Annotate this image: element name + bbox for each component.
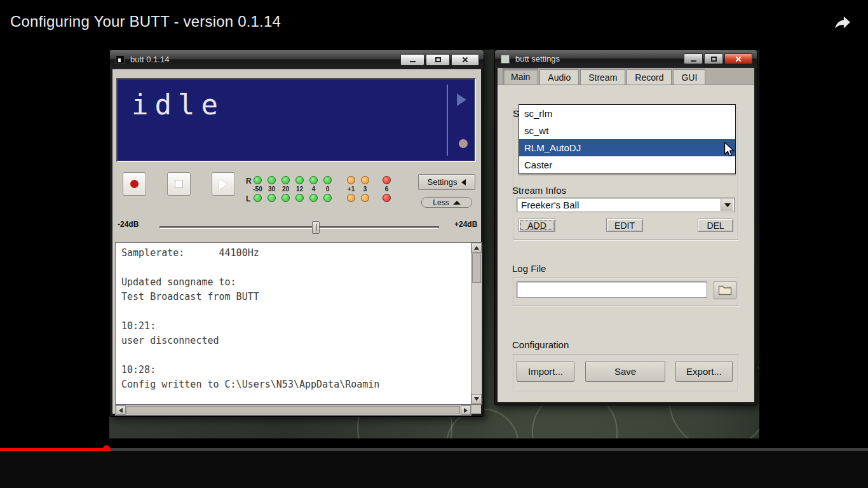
chevron-down-icon xyxy=(724,203,731,207)
meter-scale-label: -50 xyxy=(251,186,264,193)
meter-led-green xyxy=(323,194,332,202)
maximize-icon xyxy=(435,57,441,62)
log-line xyxy=(121,261,465,275)
meter-led-green xyxy=(309,176,318,184)
browse-folder-button[interactable] xyxy=(714,281,736,299)
stop-icon xyxy=(175,180,183,188)
horizontal-scroll-thumb[interactable] xyxy=(126,406,460,414)
add-button[interactable]: ADD xyxy=(519,219,555,232)
status-text: idle xyxy=(132,88,224,121)
log-line: 10:21: xyxy=(121,319,465,334)
log-line: Updated songname to: xyxy=(121,275,465,290)
gain-slider-track[interactable] xyxy=(159,226,439,229)
settings-app-icon xyxy=(501,55,510,64)
butt-window-title: butt 0.1.14 xyxy=(130,55,169,64)
minimize-button[interactable] xyxy=(400,54,424,65)
vertical-scroll-thumb[interactable] xyxy=(472,254,481,283)
close-icon xyxy=(735,56,742,62)
server-dropdown-list: sc_rlm sc_wt RLM_AutoDJ Caster xyxy=(519,104,736,174)
stop-button[interactable] xyxy=(167,172,191,196)
play-icon xyxy=(219,179,227,189)
export-button[interactable]: Export... xyxy=(675,361,733,382)
chevron-up-icon xyxy=(453,201,461,205)
meter-led-orange xyxy=(361,194,369,202)
meter-led-green xyxy=(281,176,290,184)
list-item[interactable]: Caster xyxy=(519,156,735,173)
log-file-label: Log File xyxy=(512,263,546,274)
stream-infos-combobox[interactable]: Freeker's Ball xyxy=(517,198,735,212)
edit-button[interactable]: EDIT xyxy=(606,219,643,232)
youtube-player: Configuring Your BUTT - version 0.1.14 b… xyxy=(0,0,868,488)
record-button[interactable] xyxy=(123,172,146,196)
settings-tabbar: Main Audio Stream Record GUI xyxy=(498,68,754,85)
arrow-right-icon xyxy=(464,408,468,413)
meter-scale-label: 20 xyxy=(279,186,292,193)
display-divider xyxy=(447,85,448,156)
meter-scale-label: +1 xyxy=(344,186,358,193)
meter-led-green xyxy=(254,176,262,184)
meter-scale-label: 0 xyxy=(321,186,334,193)
meter-led-green xyxy=(254,194,262,202)
settings-window-title: butt settings xyxy=(515,54,560,64)
display-expand-arrow-icon[interactable] xyxy=(457,93,466,106)
meter-led-green xyxy=(295,176,304,184)
settings-main-panel: S sc_rlm sc_wt RLM_AutoDJ Caster Stream … xyxy=(498,85,754,402)
scroll-down-button[interactable] xyxy=(471,394,482,404)
gain-slider-handle[interactable] xyxy=(312,221,320,234)
arrow-up-icon xyxy=(474,246,479,250)
minimize-button[interactable] xyxy=(684,53,703,64)
close-button[interactable] xyxy=(451,54,479,65)
meter-led-green xyxy=(323,176,332,184)
tab-main[interactable]: Main xyxy=(503,68,538,85)
scroll-up-button[interactable] xyxy=(471,243,482,253)
horizontal-scrollbar[interactable] xyxy=(115,405,471,416)
meter-scale-label: 3 xyxy=(358,186,372,193)
list-item-selected[interactable]: RLM_AutoDJ xyxy=(519,139,735,156)
display-indicator-dot xyxy=(459,139,468,148)
gain-max-label: +24dB xyxy=(454,220,477,229)
close-button[interactable] xyxy=(724,53,752,64)
meter-right-label: R xyxy=(246,177,252,186)
combobox-dropdown-button[interactable] xyxy=(721,199,733,211)
configuration-label: Configuration xyxy=(512,339,569,350)
player-controls: 2:04 / 17:17 CC xyxy=(0,451,868,488)
tab-gui[interactable]: GUI xyxy=(673,69,705,85)
maximize-button[interactable] xyxy=(426,54,450,65)
meter-scale-label: 30 xyxy=(265,186,278,193)
log-line: Samplerate: 44100Hz xyxy=(121,246,465,261)
settings-toggle-button[interactable]: Settings xyxy=(418,174,475,190)
butt-titlebar[interactable]: butt 0.1.14 xyxy=(110,50,484,69)
log-file-input[interactable] xyxy=(517,281,707,298)
vertical-scrollbar[interactable] xyxy=(471,243,482,404)
log-output: Samplerate: 44100Hz Updated songname to:… xyxy=(115,242,482,405)
play-button[interactable] xyxy=(212,172,235,196)
scroll-left-button[interactable] xyxy=(116,405,126,415)
log-line: user disconnected xyxy=(121,334,465,348)
share-icon[interactable] xyxy=(831,13,854,32)
meter-led-orange xyxy=(347,176,355,184)
folder-icon xyxy=(718,285,732,295)
tab-record[interactable]: Record xyxy=(627,69,672,85)
close-icon xyxy=(462,57,468,63)
less-button[interactable]: Less xyxy=(421,197,472,208)
gain-min-label: -24dB xyxy=(118,220,139,229)
maximize-button[interactable] xyxy=(704,53,723,64)
log-line: Config written to C:\Users\N53\AppData\R… xyxy=(121,377,465,392)
settings-titlebar[interactable]: butt settings xyxy=(495,50,757,68)
meter-led-green xyxy=(295,194,304,202)
meter-led-orange xyxy=(361,176,369,184)
list-item[interactable]: sc_rlm xyxy=(519,105,735,122)
log-line xyxy=(121,348,465,363)
list-item[interactable]: sc_wt xyxy=(519,122,735,139)
import-button[interactable]: Import... xyxy=(517,361,574,382)
butt-main-window: butt 0.1.14 idle R xyxy=(109,50,484,417)
tab-audio[interactable]: Audio xyxy=(539,69,579,85)
meter-led-green xyxy=(281,194,290,202)
del-button[interactable]: DEL xyxy=(698,219,733,232)
maximize-icon xyxy=(711,57,717,62)
save-button[interactable]: Save xyxy=(585,361,665,382)
scroll-right-button[interactable] xyxy=(461,405,471,415)
meter-scale-label: 6 xyxy=(380,186,393,193)
tab-stream[interactable]: Stream xyxy=(580,69,625,85)
meter-scale-label: 4 xyxy=(307,186,320,193)
